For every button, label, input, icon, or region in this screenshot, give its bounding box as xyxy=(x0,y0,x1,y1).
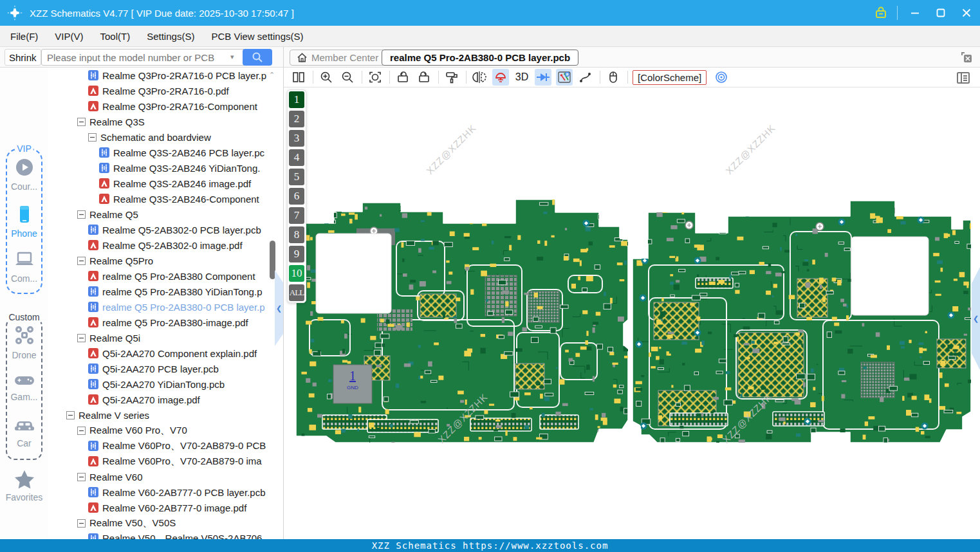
collapse-box-icon[interactable] xyxy=(77,210,86,219)
diode-net-icon[interactable] xyxy=(535,69,551,86)
layer-button-9[interactable]: 9 xyxy=(289,246,304,262)
tree-folder[interactable]: Realme Q5Pro xyxy=(48,253,283,268)
collapse-box-icon[interactable] xyxy=(77,257,86,265)
sidebar-item-com[interactable]: Com... xyxy=(0,250,48,284)
tree-folder[interactable]: Realme V60 Pro、V70 xyxy=(48,423,283,438)
sidebar-item-phone[interactable]: Phone xyxy=(0,205,48,239)
close-tab-icon[interactable] xyxy=(959,50,974,64)
layer-panel-toggle-icon[interactable] xyxy=(956,70,971,88)
license-lock-icon[interactable] xyxy=(874,6,888,20)
tree-file[interactable]: realme Q5 Pro-2AB380 Component xyxy=(48,268,283,284)
layer-button-4[interactable]: 4 xyxy=(289,149,304,166)
sidebar-item-gam[interactable]: Gam... xyxy=(0,373,48,402)
tree-file[interactable]: Realme V60-2AB777-0 image.pdf xyxy=(48,500,283,515)
layer-button-1[interactable]: 1 xyxy=(289,91,304,108)
minimize-button[interactable] xyxy=(907,5,923,21)
pcb-file-icon xyxy=(88,533,98,539)
zoom-in-icon[interactable] xyxy=(318,69,335,86)
pdf-file-icon xyxy=(88,271,98,281)
pcb-canvas[interactable]: 12345678910ALL 1GNDXZZ@XZZHKXZZ@XZZHKXZZ… xyxy=(284,88,980,539)
highlight-eye-icon[interactable] xyxy=(713,69,730,86)
menu-item-0[interactable]: File(F) xyxy=(10,31,38,42)
tree-scrollbar-thumb[interactable] xyxy=(270,241,275,279)
tree-folder[interactable]: Realme Q3S xyxy=(48,114,283,129)
search-button[interactable] xyxy=(243,49,272,66)
layer-button-8[interactable]: 8 xyxy=(289,226,304,243)
tree-folder[interactable]: Realme Q5i xyxy=(48,330,283,345)
member-center-button[interactable]: Member Center xyxy=(290,50,385,66)
paint-roller-icon[interactable] xyxy=(443,69,460,86)
rotate-right-icon[interactable] xyxy=(416,69,432,86)
tree-folder[interactable]: Schematic and boardview xyxy=(48,129,283,145)
menu-item-1[interactable]: VIP(V) xyxy=(55,31,83,42)
model-tree-panel[interactable]: Realme Q3Pro-2RA716-0 PCB layer.pRealme … xyxy=(48,68,283,539)
tree-collapse-handle[interactable]: ❮ xyxy=(275,270,283,346)
menu-item-3[interactable]: Settings(S) xyxy=(147,31,194,42)
split-view-icon[interactable] xyxy=(290,69,307,86)
tree-folder[interactable]: Realme V60 xyxy=(48,469,283,484)
tree-file[interactable]: Realme V50、Realme V50S-2AB706 xyxy=(48,531,283,539)
collapse-box-icon[interactable] xyxy=(77,118,86,126)
sidebar-item-favorites[interactable]: Favorites xyxy=(0,470,48,502)
tree-file[interactable]: Realme Q3Pro-2RA716-0.pdf xyxy=(48,83,283,98)
sidebar-item-drone[interactable]: Drone xyxy=(0,325,48,360)
toolbar-separator xyxy=(362,71,362,84)
measure-pins-icon[interactable] xyxy=(556,69,573,86)
tree-file[interactable]: Realme Q3S-2AB246 YiDianTong. xyxy=(48,160,283,176)
menu-item-2[interactable]: Tool(T) xyxy=(100,31,131,42)
tree-file[interactable]: Realme Q5-2AB302-0 PCB layer.pcb xyxy=(48,222,283,237)
layer-button-3[interactable]: 3 xyxy=(289,130,304,147)
right-panel-handle[interactable]: ❮ xyxy=(972,267,980,370)
tree-file[interactable]: realme Q5 Pro-2AB380-0 PCB layer.p xyxy=(48,299,283,315)
tree-file[interactable]: Realme V60-2AB777-0 PCB layer.pcb xyxy=(48,484,283,500)
collapse-box-icon[interactable] xyxy=(66,411,75,419)
open-document-tab[interactable]: realme Q5 Pro-2AB380-0 PCB layer.pcb xyxy=(382,50,578,66)
tree-folder[interactable]: Realme V50、V50S xyxy=(48,515,283,531)
tree-file[interactable]: Realme V60Pro、V70-2AB879-0 PCB xyxy=(48,438,283,454)
tree-file[interactable]: Realme V60Pro、V70-2AB879-0 ima xyxy=(48,454,283,469)
tree-file[interactable]: Q5i-2AA270 Component explain.pdf xyxy=(48,345,283,361)
collapse-box-icon[interactable] xyxy=(88,133,97,142)
color-scheme-button[interactable]: [ColorScheme] xyxy=(633,70,707,85)
layer-button-6[interactable]: 6 xyxy=(289,188,304,205)
tree-file[interactable]: Q5i-2AA270 YiDianTong.pcb xyxy=(48,376,283,392)
menu-item-4[interactable]: PCB View settings(S) xyxy=(211,31,303,42)
zoom-selection-icon[interactable] xyxy=(367,69,384,86)
curve-path-icon[interactable] xyxy=(577,69,594,86)
layer-button-5[interactable]: 5 xyxy=(289,169,304,185)
collapse-box-icon[interactable] xyxy=(77,334,86,342)
close-button[interactable] xyxy=(958,5,975,21)
tree-file[interactable]: Realme Q3Pro-2RA716-Component xyxy=(48,98,283,114)
sidebar-item-car[interactable]: Car xyxy=(0,417,48,448)
tree-file[interactable]: realme Q5 Pro-2AB380-image.pdf xyxy=(48,315,283,330)
tree-file[interactable]: realme Q5 Pro-2AB380 YiDianTong.p xyxy=(48,284,283,299)
collapse-box-icon[interactable] xyxy=(77,473,86,481)
collapse-box-icon[interactable] xyxy=(77,519,86,528)
pdf-file-icon xyxy=(99,194,109,204)
zoom-out-icon[interactable] xyxy=(339,69,356,86)
tree-file[interactable]: Q5i-2AA270 PCB layer.pcb xyxy=(48,361,283,376)
sidebar-item-cour[interactable]: Cour... xyxy=(0,158,48,192)
rotate-left-icon[interactable] xyxy=(394,69,411,86)
tree-folder[interactable]: Realme V series xyxy=(48,407,283,423)
shrink-button[interactable]: Shrink xyxy=(5,49,41,66)
layer-button-all[interactable]: ALL xyxy=(289,284,304,301)
tree-file[interactable]: Realme Q5-2AB302-0 image.pdf xyxy=(48,237,283,253)
tree-file[interactable]: Realme Q3S-2AB246 image.pdf xyxy=(48,176,283,191)
view-3d-label[interactable]: 3D xyxy=(513,69,530,86)
tree-file[interactable]: Q5i-2AA270 image.pdf xyxy=(48,392,283,407)
lamp-icon[interactable] xyxy=(492,69,509,86)
collapse-box-icon[interactable] xyxy=(77,427,86,435)
model-search-input[interactable] xyxy=(41,49,246,66)
mouse-settings-icon[interactable] xyxy=(605,69,622,86)
mirror-flip-icon[interactable] xyxy=(471,69,488,86)
pcb-board-view[interactable]: 1GNDXZZ@XZZHKXZZ@XZZHKXZZ@XZZHKXZZ@XZZHK xyxy=(284,88,980,539)
layer-button-2[interactable]: 2 xyxy=(289,111,304,127)
layer-button-7[interactable]: 7 xyxy=(289,207,304,224)
layer-button-10[interactable]: 10 xyxy=(289,265,304,282)
tree-folder[interactable]: Realme Q5 xyxy=(48,207,283,222)
tree-file[interactable]: Realme Q3Pro-2RA716-0 PCB layer.p xyxy=(48,68,283,83)
maximize-button[interactable] xyxy=(932,5,949,21)
tree-file[interactable]: Realme Q3S-2AB246 PCB layer.pc xyxy=(48,145,283,160)
tree-file[interactable]: Realme Q3S-2AB246-Component xyxy=(48,191,283,207)
